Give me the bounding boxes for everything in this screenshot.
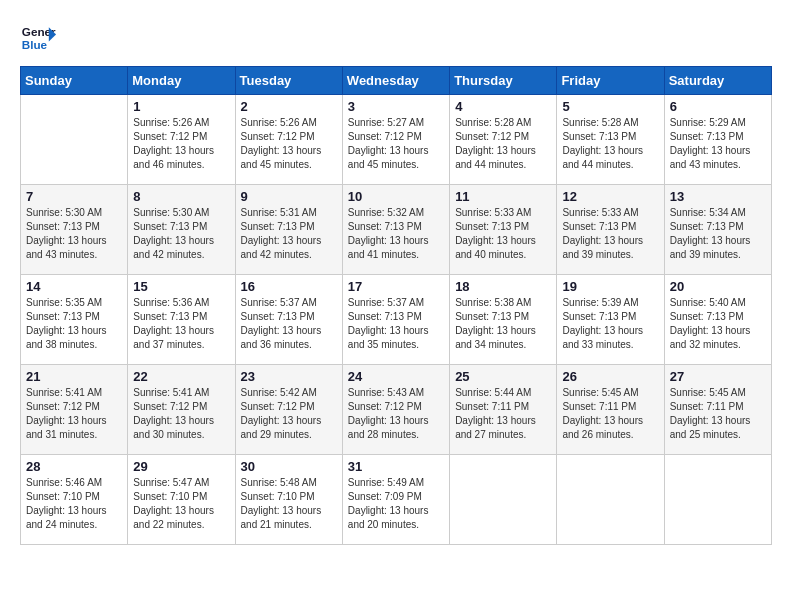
day-info: Sunrise: 5:30 AMSunset: 7:13 PMDaylight:… [26, 206, 122, 262]
day-info-line: Sunset: 7:13 PM [348, 311, 422, 322]
day-number: 20 [670, 279, 766, 294]
day-number: 25 [455, 369, 551, 384]
day-info-line: Sunrise: 5:47 AM [133, 477, 209, 488]
calendar-cell: 1Sunrise: 5:26 AMSunset: 7:12 PMDaylight… [128, 95, 235, 185]
day-info-line: Sunrise: 5:31 AM [241, 207, 317, 218]
day-info-line: Sunrise: 5:41 AM [26, 387, 102, 398]
day-info: Sunrise: 5:26 AMSunset: 7:12 PMDaylight:… [133, 116, 229, 172]
calendar-cell: 23Sunrise: 5:42 AMSunset: 7:12 PMDayligh… [235, 365, 342, 455]
calendar-cell: 31Sunrise: 5:49 AMSunset: 7:09 PMDayligh… [342, 455, 449, 545]
weekday-header: Thursday [450, 67, 557, 95]
day-info-line: Sunset: 7:13 PM [26, 221, 100, 232]
day-info-line: Daylight: 13 hours [348, 505, 429, 516]
day-number: 8 [133, 189, 229, 204]
day-info-line: Daylight: 13 hours [348, 235, 429, 246]
svg-text:Blue: Blue [22, 38, 48, 51]
calendar-cell: 2Sunrise: 5:26 AMSunset: 7:12 PMDaylight… [235, 95, 342, 185]
day-number: 10 [348, 189, 444, 204]
day-info: Sunrise: 5:33 AMSunset: 7:13 PMDaylight:… [562, 206, 658, 262]
day-number: 7 [26, 189, 122, 204]
calendar-cell: 24Sunrise: 5:43 AMSunset: 7:12 PMDayligh… [342, 365, 449, 455]
calendar-cell: 20Sunrise: 5:40 AMSunset: 7:13 PMDayligh… [664, 275, 771, 365]
day-info: Sunrise: 5:33 AMSunset: 7:13 PMDaylight:… [455, 206, 551, 262]
calendar-week-row: 7Sunrise: 5:30 AMSunset: 7:13 PMDaylight… [21, 185, 772, 275]
day-info-line: and 45 minutes. [348, 159, 419, 170]
calendar-cell: 5Sunrise: 5:28 AMSunset: 7:13 PMDaylight… [557, 95, 664, 185]
day-info-line: Sunset: 7:10 PM [241, 491, 315, 502]
day-info-line: Sunset: 7:12 PM [26, 401, 100, 412]
day-info-line: Sunrise: 5:30 AM [133, 207, 209, 218]
day-info-line: Sunrise: 5:37 AM [348, 297, 424, 308]
day-info-line: and 29 minutes. [241, 429, 312, 440]
day-info-line: and 37 minutes. [133, 339, 204, 350]
day-info: Sunrise: 5:40 AMSunset: 7:13 PMDaylight:… [670, 296, 766, 352]
day-info-line: Sunset: 7:13 PM [562, 221, 636, 232]
day-info-line: Daylight: 13 hours [26, 235, 107, 246]
day-info-line: Sunset: 7:12 PM [133, 131, 207, 142]
calendar-body: 1Sunrise: 5:26 AMSunset: 7:12 PMDaylight… [21, 95, 772, 545]
day-number: 22 [133, 369, 229, 384]
day-info-line: Daylight: 13 hours [241, 325, 322, 336]
day-info-line: Daylight: 13 hours [26, 505, 107, 516]
day-number: 26 [562, 369, 658, 384]
day-info-line: Sunset: 7:12 PM [455, 131, 529, 142]
day-info-line: Sunrise: 5:33 AM [562, 207, 638, 218]
day-info: Sunrise: 5:37 AMSunset: 7:13 PMDaylight:… [241, 296, 337, 352]
calendar-cell: 25Sunrise: 5:44 AMSunset: 7:11 PMDayligh… [450, 365, 557, 455]
weekday-header: Sunday [21, 67, 128, 95]
day-number: 19 [562, 279, 658, 294]
calendar-cell: 13Sunrise: 5:34 AMSunset: 7:13 PMDayligh… [664, 185, 771, 275]
day-info-line: Daylight: 13 hours [670, 415, 751, 426]
day-info-line: Sunset: 7:13 PM [133, 221, 207, 232]
calendar-cell: 26Sunrise: 5:45 AMSunset: 7:11 PMDayligh… [557, 365, 664, 455]
day-info-line: and 44 minutes. [455, 159, 526, 170]
day-info-line: Sunrise: 5:26 AM [241, 117, 317, 128]
day-info-line: Sunset: 7:12 PM [348, 401, 422, 412]
day-info-line: and 24 minutes. [26, 519, 97, 530]
calendar-cell [557, 455, 664, 545]
day-info: Sunrise: 5:27 AMSunset: 7:12 PMDaylight:… [348, 116, 444, 172]
day-info-line: Sunset: 7:09 PM [348, 491, 422, 502]
day-info-line: Sunset: 7:12 PM [133, 401, 207, 412]
day-info-line: Sunrise: 5:28 AM [455, 117, 531, 128]
day-info-line: Sunrise: 5:30 AM [26, 207, 102, 218]
day-info-line: Daylight: 13 hours [670, 145, 751, 156]
day-info-line: Sunrise: 5:38 AM [455, 297, 531, 308]
day-info-line: Sunset: 7:12 PM [348, 131, 422, 142]
day-info-line: Sunrise: 5:29 AM [670, 117, 746, 128]
calendar-cell: 22Sunrise: 5:41 AMSunset: 7:12 PMDayligh… [128, 365, 235, 455]
day-info: Sunrise: 5:32 AMSunset: 7:13 PMDaylight:… [348, 206, 444, 262]
day-info-line: Daylight: 13 hours [241, 145, 322, 156]
day-info-line: Daylight: 13 hours [26, 325, 107, 336]
day-info: Sunrise: 5:38 AMSunset: 7:13 PMDaylight:… [455, 296, 551, 352]
day-info-line: Sunset: 7:13 PM [241, 221, 315, 232]
day-info-line: and 43 minutes. [26, 249, 97, 260]
day-info-line: Sunrise: 5:34 AM [670, 207, 746, 218]
day-number: 23 [241, 369, 337, 384]
weekday-row: SundayMondayTuesdayWednesdayThursdayFrid… [21, 67, 772, 95]
day-info-line: Sunset: 7:13 PM [241, 311, 315, 322]
day-info-line: Sunset: 7:13 PM [562, 131, 636, 142]
day-info-line: Daylight: 13 hours [562, 145, 643, 156]
day-info-line: Daylight: 13 hours [562, 325, 643, 336]
day-info-line: Sunrise: 5:32 AM [348, 207, 424, 218]
day-info-line: Sunrise: 5:35 AM [26, 297, 102, 308]
day-number: 13 [670, 189, 766, 204]
day-info-line: and 30 minutes. [133, 429, 204, 440]
day-info-line: and 26 minutes. [562, 429, 633, 440]
day-info-line: Sunrise: 5:37 AM [241, 297, 317, 308]
day-info-line: Sunset: 7:13 PM [670, 221, 744, 232]
calendar-cell: 10Sunrise: 5:32 AMSunset: 7:13 PMDayligh… [342, 185, 449, 275]
day-info-line: and 46 minutes. [133, 159, 204, 170]
day-number: 29 [133, 459, 229, 474]
day-info-line: Sunrise: 5:44 AM [455, 387, 531, 398]
weekday-header: Wednesday [342, 67, 449, 95]
day-info: Sunrise: 5:45 AMSunset: 7:11 PMDaylight:… [562, 386, 658, 442]
day-info: Sunrise: 5:49 AMSunset: 7:09 PMDaylight:… [348, 476, 444, 532]
day-info: Sunrise: 5:35 AMSunset: 7:13 PMDaylight:… [26, 296, 122, 352]
day-info: Sunrise: 5:47 AMSunset: 7:10 PMDaylight:… [133, 476, 229, 532]
calendar-cell: 27Sunrise: 5:45 AMSunset: 7:11 PMDayligh… [664, 365, 771, 455]
day-number: 15 [133, 279, 229, 294]
day-number: 14 [26, 279, 122, 294]
day-info: Sunrise: 5:48 AMSunset: 7:10 PMDaylight:… [241, 476, 337, 532]
